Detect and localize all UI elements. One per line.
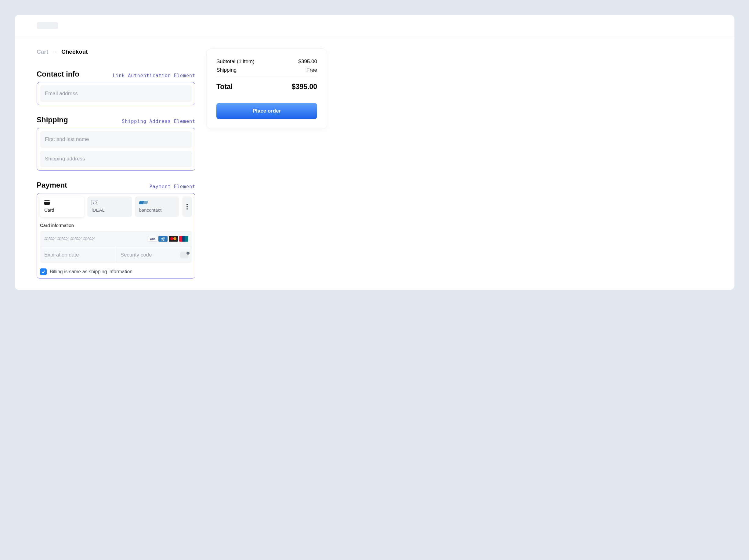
- svg-rect-0: [44, 200, 50, 205]
- page-content: Cart → Checkout Contact info Link Authen…: [15, 37, 734, 290]
- payment-method-tabs: Card iDEAL bancontact: [40, 197, 192, 217]
- card-info-label: Card information: [40, 223, 192, 228]
- shipping-title: Shipping: [37, 116, 68, 124]
- tab-ideal-label: iDEAL: [91, 207, 127, 212]
- mastercard-icon: [169, 236, 178, 242]
- contact-title: Contact info: [37, 70, 79, 79]
- tab-card[interactable]: Card: [40, 197, 84, 217]
- total-label: Total: [216, 83, 233, 91]
- card-icon: [44, 200, 80, 205]
- checkout-page: Cart → Checkout Contact info Link Authen…: [15, 15, 734, 290]
- name-input[interactable]: [40, 131, 192, 148]
- more-payment-methods-button[interactable]: [182, 197, 192, 217]
- svg-point-3: [93, 203, 94, 204]
- billing-same-checkbox[interactable]: [40, 268, 47, 275]
- shipping-address-input[interactable]: [40, 151, 192, 167]
- tab-bancontact-label: bancontact: [139, 207, 175, 212]
- payment-title: Payment: [37, 181, 67, 189]
- shipping-element-label: Shipping Address Element: [122, 119, 195, 124]
- contact-element-box: [37, 82, 195, 105]
- unionpay-icon: [179, 236, 188, 242]
- more-vertical-icon: [187, 204, 188, 209]
- total-value: $395.00: [292, 83, 317, 91]
- tab-ideal[interactable]: iDEAL: [87, 197, 131, 217]
- total-row: Total $395.00: [216, 83, 317, 91]
- contact-section-header: Contact info Link Authentication Element: [37, 70, 195, 79]
- right-column: Subtotal (1 item) $395.00 Shipping Free …: [206, 48, 327, 278]
- shipping-label: Shipping: [216, 67, 237, 73]
- order-summary: Subtotal (1 item) $395.00 Shipping Free …: [206, 48, 327, 129]
- billing-same-row: Billing is same as shipping information: [40, 268, 192, 275]
- logo-placeholder: [37, 22, 58, 29]
- subtotal-label: Subtotal (1 item): [216, 59, 255, 65]
- summary-divider: [216, 77, 317, 77]
- shipping-value: Free: [306, 67, 317, 73]
- shipping-row: Shipping Free: [216, 67, 317, 73]
- amex-icon: AMEX: [158, 236, 168, 242]
- contact-element-label: Link Authentication Element: [113, 73, 195, 79]
- cvc-icon: [180, 252, 188, 258]
- expiry-input[interactable]: [40, 247, 116, 263]
- payment-element-box: Card iDEAL bancontact: [37, 193, 195, 278]
- visa-icon: VISA: [148, 236, 157, 242]
- breadcrumb: Cart → Checkout: [37, 48, 195, 55]
- tab-bancontact[interactable]: bancontact: [135, 197, 179, 217]
- shipping-section-header: Shipping Shipping Address Element: [37, 116, 195, 124]
- page-header: [15, 15, 734, 37]
- left-column: Cart → Checkout Contact info Link Authen…: [37, 48, 195, 278]
- arrow-right-icon: →: [52, 48, 58, 55]
- payment-element-label: Payment Element: [150, 184, 195, 189]
- breadcrumb-cart[interactable]: Cart: [37, 48, 48, 55]
- bancontact-icon: [139, 200, 175, 205]
- payment-section-header: Payment Payment Element: [37, 181, 195, 189]
- card-brand-icons: VISA AMEX: [148, 236, 188, 242]
- svg-rect-1: [44, 201, 50, 202]
- email-input[interactable]: [40, 85, 192, 102]
- shipping-element-box: [37, 128, 195, 171]
- ideal-icon: [91, 200, 127, 205]
- billing-same-label: Billing is same as shipping information: [50, 269, 132, 274]
- card-input-group: VISA AMEX: [40, 231, 192, 263]
- subtotal-row: Subtotal (1 item) $395.00: [216, 59, 317, 65]
- breadcrumb-checkout: Checkout: [61, 48, 88, 55]
- subtotal-value: $395.00: [299, 59, 317, 65]
- place-order-button[interactable]: Place order: [216, 103, 317, 119]
- tab-card-label: Card: [44, 207, 80, 212]
